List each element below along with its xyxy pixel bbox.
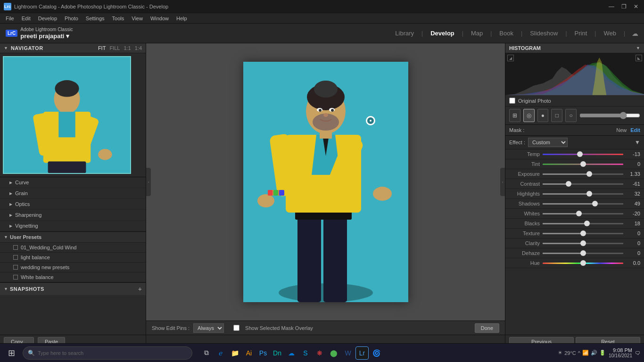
nav-1-4[interactable]: 1:4 [135, 45, 142, 51]
menu-photo[interactable]: Photo [61, 16, 82, 21]
hue-thumb[interactable] [580, 260, 586, 266]
menu-tools[interactable]: Tools [108, 16, 128, 21]
menu-settings[interactable]: Settings [82, 16, 108, 21]
exposure-thumb[interactable] [586, 171, 592, 177]
brush-size-slider[interactable] [579, 112, 640, 119]
temp-track[interactable] [543, 154, 623, 155]
mask-edit-button[interactable]: Edit [630, 127, 640, 133]
snapshots-header[interactable]: ▼ Snapshots + [0, 283, 146, 295]
histogram-header[interactable]: Histogram ▼ [505, 43, 644, 53]
minimize-button[interactable]: — [607, 4, 616, 9]
section-grain[interactable]: ▶ Grain [0, 188, 146, 199]
whites-track[interactable] [543, 213, 623, 214]
preset-wedding-new[interactable]: wedding new presets [0, 263, 146, 272]
photo-svg [243, 62, 408, 302]
network-icon[interactable]: 📶 [582, 350, 589, 356]
highlights-thumb[interactable] [586, 191, 592, 197]
chrome-icon[interactable]: ⬤ [327, 346, 340, 360]
nav-library[interactable]: Library [388, 30, 421, 37]
taskbar-search[interactable]: 🔍 Type here to search [23, 346, 192, 360]
nav-fill[interactable]: FILL [109, 45, 120, 51]
nav-fit[interactable]: FIT [98, 45, 106, 51]
user-presets-header[interactable]: ▼ User Presets [0, 232, 146, 243]
original-photo-checkbox[interactable] [509, 98, 515, 104]
contrast-track[interactable] [543, 183, 623, 185]
preset-light-balance[interactable]: light balance [0, 253, 146, 263]
show-mask-overlay-checkbox[interactable] [233, 325, 239, 331]
edge-icon[interactable]: ℯ [214, 346, 227, 360]
notifications-icon[interactable]: 🗨 [635, 350, 640, 356]
skype-icon[interactable]: S [299, 346, 312, 360]
texture-track[interactable] [543, 233, 623, 234]
blacks-track[interactable] [543, 223, 623, 224]
file-explorer-icon[interactable]: 📁 [228, 346, 241, 360]
section-sharpening[interactable]: ▶ Sharpening [0, 210, 146, 221]
highlights-track[interactable] [543, 193, 623, 195]
cloud-icon[interactable]: ☁ [632, 30, 638, 37]
texture-thumb[interactable] [580, 230, 586, 236]
nav-develop[interactable]: Develop [424, 30, 461, 37]
show-edit-pins-select[interactable]: Always Never Auto [193, 323, 224, 333]
section-vignetting[interactable]: ▶ Vignetting [0, 221, 146, 231]
whites-thumb[interactable] [576, 211, 582, 216]
section-optics[interactable]: ▶ Optics [0, 199, 146, 210]
battery-icon[interactable]: 🔋 [599, 350, 606, 356]
nav-print[interactable]: Print [568, 30, 594, 37]
maximize-button[interactable]: ❐ [619, 4, 628, 9]
unknown-icon2[interactable]: 🌀 [370, 346, 383, 360]
nav-book[interactable]: Book [493, 30, 520, 37]
temp-thumb[interactable] [577, 151, 583, 157]
preset-01-wedding[interactable]: 01_Wedding_Cold Wind [0, 243, 146, 253]
dehaze-thumb[interactable] [580, 250, 586, 256]
tint-track[interactable] [543, 164, 623, 165]
menu-develop[interactable]: Develop [34, 16, 61, 21]
shadows-thumb[interactable] [592, 201, 598, 206]
menu-view[interactable]: View [128, 16, 147, 21]
square-tool-icon[interactable]: □ [551, 109, 562, 122]
grid-tool-icon[interactable]: ⊞ [509, 109, 520, 122]
lasso-tool-icon[interactable]: ○ [565, 109, 577, 122]
hue-track[interactable] [543, 263, 623, 264]
menu-window[interactable]: Window [147, 16, 173, 21]
dimension-icon[interactable]: Dn [271, 346, 284, 360]
navigator-header[interactable]: ▼ Navigator FIT FILL 1:1 1:4 [0, 43, 146, 53]
illustrator-icon[interactable]: Ai [242, 346, 256, 360]
blacks-thumb[interactable] [584, 221, 590, 226]
word-icon[interactable]: W [341, 346, 355, 360]
snapshots-add-icon[interactable]: + [138, 285, 142, 293]
unknown-icon1[interactable]: ❋ [313, 346, 326, 360]
menu-file[interactable]: File [2, 16, 18, 21]
menu-edit[interactable]: Edit [18, 16, 34, 21]
lightroom-icon[interactable]: Lr [355, 346, 369, 360]
clarity-thumb[interactable] [580, 240, 586, 246]
chevron-icon[interactable]: ^ [578, 350, 580, 356]
nav-slideshow[interactable]: Slideshow [523, 30, 564, 37]
nav-map[interactable]: Map [464, 30, 489, 37]
done-button[interactable]: Done [475, 323, 499, 333]
effect-select[interactable]: Custom Portrait Landscape [528, 138, 568, 147]
section-curve[interactable]: ▶ Curve [0, 177, 146, 188]
right-panel-toggle[interactable]: › [500, 168, 505, 196]
shadows-track[interactable] [543, 203, 623, 205]
photoshop-icon[interactable]: Ps [256, 346, 270, 360]
preset-white-balance[interactable]: White balance [0, 272, 146, 282]
onedrive-icon[interactable]: ☁ [285, 346, 298, 360]
effect-dropdown-icon[interactable]: ▼ [635, 139, 640, 146]
tint-thumb[interactable] [580, 161, 586, 167]
clarity-track[interactable] [543, 243, 623, 244]
clock[interactable]: 9:08 PM 10/16/2021 [609, 347, 632, 358]
start-button[interactable]: ⊞ [4, 346, 19, 361]
radial-filter-icon[interactable]: ◎ [523, 109, 535, 122]
nav-1-1[interactable]: 1:1 [124, 45, 131, 51]
mask-new-button[interactable]: New [616, 127, 627, 133]
menu-help[interactable]: Help [173, 16, 191, 21]
close-button[interactable]: ✕ [632, 4, 640, 9]
nav-web[interactable]: Web [597, 30, 623, 37]
task-view-icon[interactable]: ⧉ [200, 346, 213, 360]
circle-tool-icon[interactable]: ● [537, 109, 549, 122]
exposure-track[interactable] [543, 173, 623, 175]
contrast-thumb[interactable] [566, 181, 571, 187]
volume-icon[interactable]: 🔊 [591, 350, 597, 356]
dehaze-track[interactable] [543, 253, 623, 254]
left-panel-toggle[interactable]: ‹ [146, 168, 151, 196]
